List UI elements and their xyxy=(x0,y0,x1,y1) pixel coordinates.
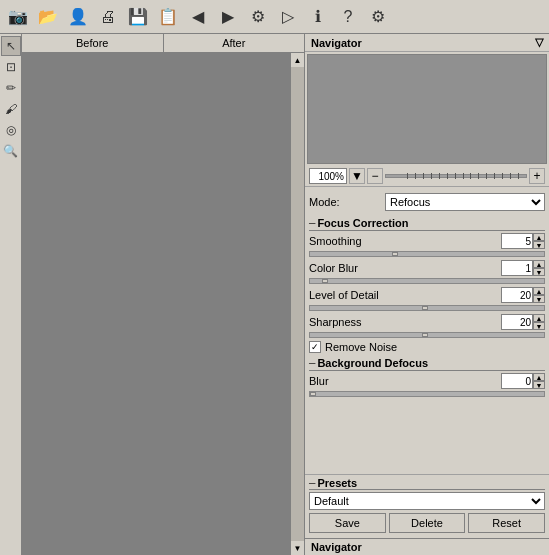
toolbar: 📷 📂 👤 🖨 💾 📋 ◀ ▶ ⚙ ▷ ℹ ? ⚙ xyxy=(0,0,549,34)
color-blur-slider[interactable] xyxy=(309,278,545,284)
main-layout: ↖ ⊡ ✏ 🖌 ◎ 🔍 Before After ▲ ▼ Navigator ▽ xyxy=(0,34,549,555)
scroll-down-button[interactable]: ▼ xyxy=(291,541,305,555)
after-tab[interactable]: After xyxy=(164,34,305,52)
settings-icon[interactable]: ⚙ xyxy=(244,3,272,31)
blur-spinners: ▲ ▼ xyxy=(533,373,545,389)
smoothing-spinners: ▲ ▼ xyxy=(533,233,545,249)
navigator-collapse-icon[interactable]: ▽ xyxy=(535,36,543,49)
blur-slider-thumb[interactable] xyxy=(310,392,316,396)
blur-tool-button[interactable]: ◎ xyxy=(1,120,21,140)
smoothing-control: ▲ ▼ xyxy=(501,233,545,249)
color-blur-control: ▲ ▼ xyxy=(501,260,545,276)
color-blur-row: Color Blur ▲ ▼ xyxy=(309,260,545,276)
sharpness-down-button[interactable]: ▼ xyxy=(533,322,545,330)
download-icon[interactable]: 💾 xyxy=(124,3,152,31)
camera-icon[interactable]: 📷 xyxy=(4,3,32,31)
color-blur-slider-thumb[interactable] xyxy=(322,279,328,283)
smoothing-down-button[interactable]: ▼ xyxy=(533,241,545,249)
navigator-zoom-bar: 100% ▼ − xyxy=(305,166,549,187)
level-of-detail-up-button[interactable]: ▲ xyxy=(533,287,545,295)
sharpness-up-button[interactable]: ▲ xyxy=(533,314,545,322)
delete-button[interactable]: Delete xyxy=(389,513,466,533)
level-of-detail-label: Level of Detail xyxy=(309,289,501,301)
background-defocus-title: Background Defocus xyxy=(309,357,545,371)
smoothing-up-button[interactable]: ▲ xyxy=(533,233,545,241)
smoothing-slider[interactable] xyxy=(309,251,545,257)
bottom-navigator-label: Navigator xyxy=(311,541,362,553)
zoom-tool-button[interactable]: 🔍 xyxy=(1,141,21,161)
image-canvas[interactable]: ▲ ▼ xyxy=(22,53,304,555)
mode-row: Mode: Refocus xyxy=(309,191,545,213)
forward-icon[interactable]: ▶ xyxy=(214,3,242,31)
right-panel: Navigator ▽ 100% ▼ − xyxy=(304,34,549,555)
copy-icon[interactable]: 📋 xyxy=(154,3,182,31)
sharpness-label: Sharpness xyxy=(309,316,501,328)
select-tool-button[interactable]: ↖ xyxy=(1,36,21,56)
play-icon[interactable]: ▷ xyxy=(274,3,302,31)
color-blur-up-button[interactable]: ▲ xyxy=(533,260,545,268)
bottom-navigator-bar: Navigator xyxy=(305,538,549,555)
sharpness-slider-thumb[interactable] xyxy=(422,333,428,337)
folder-open-icon[interactable]: 📂 xyxy=(34,3,62,31)
preset-select[interactable]: Default Sharpen Soft xyxy=(309,492,545,510)
zoom-in-button[interactable]: + xyxy=(529,168,545,184)
save-button[interactable]: Save xyxy=(309,513,386,533)
print-icon[interactable]: 🖨 xyxy=(94,3,122,31)
mode-select[interactable]: Refocus xyxy=(385,193,545,211)
smoothing-row: Smoothing ▲ ▼ xyxy=(309,233,545,249)
canvas-area: Before After ▲ ▼ xyxy=(22,34,304,555)
blur-row: Blur ▲ ▼ xyxy=(309,373,545,389)
before-tab[interactable]: Before xyxy=(22,34,164,52)
color-blur-spinners: ▲ ▼ xyxy=(533,260,545,276)
blur-down-button[interactable]: ▼ xyxy=(533,381,545,389)
zoom-input[interactable]: 100% xyxy=(309,168,347,184)
zoom-out-button[interactable]: − xyxy=(367,168,383,184)
remove-noise-label: Remove Noise xyxy=(325,341,397,353)
scroll-y: ▲ ▼ xyxy=(290,53,304,555)
blur-control: ▲ ▼ xyxy=(501,373,545,389)
controls-panel: Mode: Refocus Focus Correction Smoothing… xyxy=(305,187,549,474)
paint-tool-button[interactable]: 🖌 xyxy=(1,99,21,119)
level-of-detail-slider[interactable] xyxy=(309,305,545,311)
color-blur-input[interactable] xyxy=(501,260,533,276)
blur-label: Blur xyxy=(309,375,501,387)
person-icon[interactable]: 👤 xyxy=(64,3,92,31)
level-of-detail-control: ▲ ▼ xyxy=(501,287,545,303)
mode-label: Mode: xyxy=(309,196,385,208)
smoothing-label: Smoothing xyxy=(309,235,501,247)
smoothing-slider-thumb[interactable] xyxy=(392,252,398,256)
level-of-detail-slider-thumb[interactable] xyxy=(422,306,428,310)
focus-correction-title: Focus Correction xyxy=(309,217,545,231)
zoom-dropdown-button[interactable]: ▼ xyxy=(349,168,365,184)
crop-tool-button[interactable]: ⊡ xyxy=(1,57,21,77)
smoothing-input[interactable] xyxy=(501,233,533,249)
level-of-detail-down-button[interactable]: ▼ xyxy=(533,295,545,303)
back-icon[interactable]: ◀ xyxy=(184,3,212,31)
level-of-detail-spinners: ▲ ▼ xyxy=(533,287,545,303)
reset-button[interactable]: Reset xyxy=(468,513,545,533)
level-of-detail-input[interactable] xyxy=(501,287,533,303)
brush-tool-button[interactable]: ✏ xyxy=(1,78,21,98)
sharpness-control: ▲ ▼ xyxy=(501,314,545,330)
sharpness-slider[interactable] xyxy=(309,332,545,338)
scroll-track[interactable] xyxy=(291,67,305,541)
remove-noise-checkbox[interactable]: ✓ xyxy=(309,341,321,353)
presets-section: Presets Default Sharpen Soft Save Delete… xyxy=(305,474,549,538)
blur-input[interactable] xyxy=(501,373,533,389)
navigator-preview[interactable] xyxy=(307,54,547,164)
remove-noise-row: ✓ Remove Noise xyxy=(309,341,545,353)
scroll-up-button[interactable]: ▲ xyxy=(291,53,305,67)
sharpness-input[interactable] xyxy=(501,314,533,330)
sidebar: ↖ ⊡ ✏ 🖌 ◎ 🔍 xyxy=(0,34,22,555)
info-icon[interactable]: ℹ xyxy=(304,3,332,31)
config-icon[interactable]: ⚙ xyxy=(364,3,392,31)
preset-buttons: Save Delete Reset xyxy=(309,513,545,533)
color-blur-label: Color Blur xyxy=(309,262,501,274)
navigator-header: Navigator ▽ xyxy=(305,34,549,52)
blur-up-button[interactable]: ▲ xyxy=(533,373,545,381)
zoom-slider[interactable] xyxy=(385,174,527,178)
help-icon[interactable]: ? xyxy=(334,3,362,31)
blur-slider[interactable] xyxy=(309,391,545,397)
sharpness-spinners: ▲ ▼ xyxy=(533,314,545,330)
color-blur-down-button[interactable]: ▼ xyxy=(533,268,545,276)
